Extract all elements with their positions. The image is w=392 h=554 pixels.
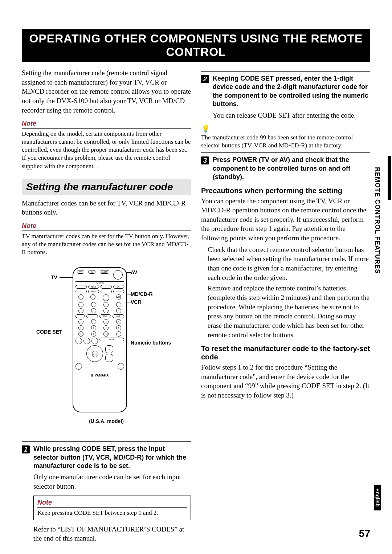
side-tab-language: English bbox=[374, 485, 381, 510]
edge-index-marks bbox=[388, 156, 392, 202]
section-heading-box: Setting the manufacturer code bbox=[22, 179, 191, 195]
tip-icon: 💡 bbox=[201, 124, 370, 133]
remote-label-av: AV bbox=[131, 269, 137, 275]
remote-label-tv: TV bbox=[51, 274, 57, 280]
section-intro: Manufacturer codes can be set for TV, VC… bbox=[22, 199, 191, 217]
note-label-1: Note bbox=[22, 120, 191, 129]
note-label-2: Note bbox=[22, 222, 191, 231]
remote-label-codeset: CODE SET bbox=[36, 329, 62, 335]
section-heading: Setting the manufacturer code bbox=[26, 181, 187, 193]
precautions-bullet-2: Remove and replace the remote control’s … bbox=[208, 284, 370, 339]
step-3-number: 3 bbox=[201, 156, 209, 164]
right-column: 2 Keeping CODE SET pressed, enter the 1-… bbox=[201, 68, 370, 547]
note-body-1: Depending on the model, certain componen… bbox=[22, 130, 191, 170]
side-tab-section: REMOTE CONTROL FEATURES bbox=[373, 167, 381, 274]
remote-label-vcr: VCR bbox=[131, 299, 142, 305]
precautions-heading: Precautions when performing the setting bbox=[201, 187, 370, 195]
step-1-body: Only one manufacturer code can be set fo… bbox=[33, 472, 191, 491]
page-number: 57 bbox=[359, 528, 370, 539]
remote-label-numeric: Numeric buttons bbox=[131, 340, 171, 346]
step-2-body: You can release CODE SET after entering … bbox=[213, 111, 370, 120]
tip-body: The manufacturer code 99 has been set fo… bbox=[201, 134, 370, 150]
step-1-heading: While pressing CODE SET, press the input… bbox=[33, 445, 191, 470]
refer-line: Refer to “LIST OF MANUFACTURER’S CODES” … bbox=[33, 525, 191, 543]
precautions-bullet-1: Check that the correct remote control se… bbox=[208, 245, 370, 282]
boxed-note: Note Keep pressing CODE SET between step… bbox=[33, 496, 191, 520]
reset-body: Follow steps 1 to 2 for the procedure “S… bbox=[201, 363, 370, 400]
step-1-number: 1 bbox=[22, 445, 30, 453]
step-3-heading: Press POWER (TV or AV) and check that th… bbox=[213, 156, 370, 181]
remote-body: TVAVSLEEP TV MODE INPUTCH+ MUTECD-R VCR … bbox=[73, 267, 127, 412]
model-caption: (U.S.A. model) bbox=[22, 418, 191, 424]
remote-diagram: TV AV MD/CD-R VCR CODE SET Numeric butto… bbox=[22, 264, 191, 438]
note-body-2: TV manufacturer codes can be set for the… bbox=[22, 232, 191, 256]
precautions-body: You can operate the component using the … bbox=[201, 196, 370, 243]
left-column: Setting the manufacturer code (remote co… bbox=[22, 68, 191, 547]
boxed-note-body: Keep pressing CODE SET between step 1 an… bbox=[37, 509, 187, 517]
page-title-banner: OPERATING OTHER COMPONENTS USING THE REM… bbox=[22, 29, 370, 62]
remote-label-mdcdr: MD/CD-R bbox=[131, 291, 153, 297]
boxed-note-label: Note bbox=[37, 499, 187, 508]
step-2-heading: Keeping CODE SET pressed, enter the 1-di… bbox=[213, 74, 370, 109]
step-2-number: 2 bbox=[201, 75, 209, 83]
reset-heading: To reset the manufacturer code to the fa… bbox=[201, 345, 370, 361]
intro-paragraph: Setting the manufacturer code (remote co… bbox=[22, 68, 191, 115]
brand-logo: ⊛ YAMAHA bbox=[75, 374, 124, 377]
